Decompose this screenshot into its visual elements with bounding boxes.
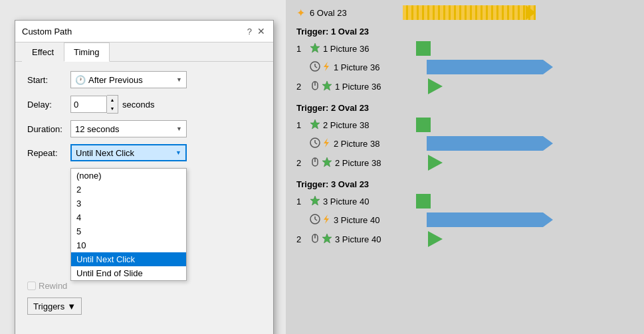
row-icon1 xyxy=(310,137,320,150)
svg-rect-25 xyxy=(427,60,543,74)
row-icon2 xyxy=(322,233,332,246)
dropdown-item-none[interactable]: (none) xyxy=(71,169,186,183)
trigger-groups-container: Trigger: 1 Oval 2311 Picture 361 Picture… xyxy=(286,23,644,249)
row-label: 3 Picture 40 xyxy=(335,234,421,244)
alien-ufo-svg xyxy=(160,331,260,334)
row-label: 1 Picture 36 xyxy=(335,82,421,92)
row-label: 2 Picture 38 xyxy=(323,120,409,130)
dropdown-item-5[interactable]: 5 xyxy=(71,224,186,238)
delay-input[interactable] xyxy=(70,96,107,113)
row-icons xyxy=(310,42,320,55)
anim-row-2-3: 22 Picture 38 xyxy=(286,153,644,173)
row-bar-area xyxy=(409,118,633,132)
svg-line-45 xyxy=(315,219,317,220)
row-icon2 xyxy=(322,137,331,150)
dropdown-item-2[interactable]: 2 xyxy=(71,183,186,197)
start-select[interactable]: 🕐 After Previous ▼ xyxy=(70,71,187,88)
dropdown-item-10[interactable]: 10 xyxy=(71,238,186,252)
dropdown-item-4[interactable]: 4 xyxy=(71,210,186,224)
row-icon2 xyxy=(322,61,331,74)
row-icons xyxy=(310,80,332,93)
row-icon1 xyxy=(310,195,320,208)
duration-value: 12 seconds xyxy=(75,124,120,134)
row-bar-area xyxy=(409,194,633,209)
row-icons xyxy=(310,233,332,246)
delay-row: Delay: ▲ ▼ seconds xyxy=(27,95,261,114)
svg-marker-31 xyxy=(310,120,320,129)
top-bar-area xyxy=(396,5,633,20)
tab-effect[interactable]: Effect xyxy=(22,42,64,62)
row-icons xyxy=(310,119,320,131)
delay-spinner-up[interactable]: ▲ xyxy=(107,96,118,104)
duration-select-arrow: ▼ xyxy=(176,125,182,132)
start-value: After Previous xyxy=(88,75,143,85)
row-icon2 xyxy=(322,157,332,169)
close-button[interactable]: ✕ xyxy=(256,26,267,37)
row-label: 2 Picture 38 xyxy=(334,139,420,149)
svg-rect-18 xyxy=(403,5,536,20)
green-bar xyxy=(416,41,431,56)
triggers-arrow-icon: ▼ xyxy=(67,301,76,311)
row-icon2 xyxy=(322,80,332,93)
triggers-button[interactable]: Triggers ▼ xyxy=(27,297,82,315)
delay-input-group: ▲ ▼ xyxy=(70,95,118,114)
rewind-checkbox[interactable] xyxy=(27,282,36,290)
duration-select[interactable]: 12 seconds ▼ xyxy=(70,120,187,137)
triangle-bar xyxy=(428,78,443,94)
row-label: 3 Picture 40 xyxy=(323,197,409,207)
repeat-select[interactable]: Until Next Click ▼ xyxy=(70,144,187,161)
row-num: 1 xyxy=(296,44,310,54)
row-icon1 xyxy=(310,61,320,74)
svg-marker-42 xyxy=(310,196,320,205)
row-icon1 xyxy=(310,157,320,169)
triggers-label: Triggers xyxy=(33,301,64,311)
svg-line-23 xyxy=(315,66,317,68)
blue-bar xyxy=(427,136,553,151)
row-icons xyxy=(310,137,331,150)
delay-control: ▲ ▼ seconds xyxy=(70,95,261,114)
repeat-select-arrow: ▼ xyxy=(175,149,181,156)
row-num: 1 xyxy=(296,120,310,130)
svg-marker-24 xyxy=(324,62,329,71)
svg-marker-29 xyxy=(322,81,332,90)
anim-row-3-1: 13 Picture 40 xyxy=(286,192,644,210)
row-bar-area xyxy=(421,155,633,171)
repeat-dropdown-container: (none) 2 3 4 5 10 Until Next Click Until… xyxy=(27,168,261,281)
row-icons xyxy=(310,157,332,169)
top-star-icon: ✦ xyxy=(296,7,305,19)
rewind-label: Rewind xyxy=(39,281,67,291)
clock-icon: 🕐 xyxy=(75,75,86,85)
dialog-tabs: Effect Timing xyxy=(15,42,273,62)
dialog-overlay: Custom Path ? ✕ Effect Timing Start: xyxy=(0,0,286,334)
trigger-group-3: Trigger: 3 Oval 2313 Picture 403 Picture… xyxy=(286,175,644,249)
svg-marker-35 xyxy=(324,138,329,147)
trigger-label-2: Trigger: 2 Oval 23 xyxy=(286,99,644,116)
svg-marker-30 xyxy=(428,78,443,94)
row-bar-area xyxy=(409,41,633,56)
row-num: 1 xyxy=(296,197,310,207)
dropdown-item-until-end[interactable]: Until End of Slide xyxy=(71,266,186,280)
row-label: 3 Picture 40 xyxy=(334,215,420,225)
repeat-value: Until Next Click xyxy=(76,148,134,158)
duration-control: 12 seconds ▼ xyxy=(70,120,261,137)
delay-label: Delay: xyxy=(27,100,70,110)
row-bar-area xyxy=(420,212,633,227)
duration-label: Duration: xyxy=(27,124,70,134)
svg-marker-46 xyxy=(324,214,329,224)
dropdown-item-3[interactable]: 3 xyxy=(71,197,186,210)
row-icons xyxy=(310,195,320,208)
row-label: 1 Picture 36 xyxy=(334,62,420,72)
delay-spinner-down[interactable]: ▼ xyxy=(107,104,118,113)
dropdown-item-until-next-click[interactable]: Until Next Click xyxy=(71,252,186,266)
green-bar xyxy=(416,194,431,209)
trigger-group-2: Trigger: 2 Oval 2312 Picture 382 Picture… xyxy=(286,99,644,173)
svg-marker-40 xyxy=(322,157,332,167)
anim-row-1-1: 11 Picture 36 xyxy=(286,39,644,58)
row-label: 2 Picture 38 xyxy=(335,158,421,168)
svg-rect-36 xyxy=(427,136,543,151)
anim-row-3-2: 3 Picture 40 xyxy=(286,210,644,229)
start-row: Start: 🕐 After Previous ▼ xyxy=(27,71,261,88)
repeat-row: Repeat: Until Next Click ▼ xyxy=(27,144,261,161)
help-button[interactable]: ? xyxy=(247,27,252,37)
tab-timing[interactable]: Timing xyxy=(64,42,110,62)
